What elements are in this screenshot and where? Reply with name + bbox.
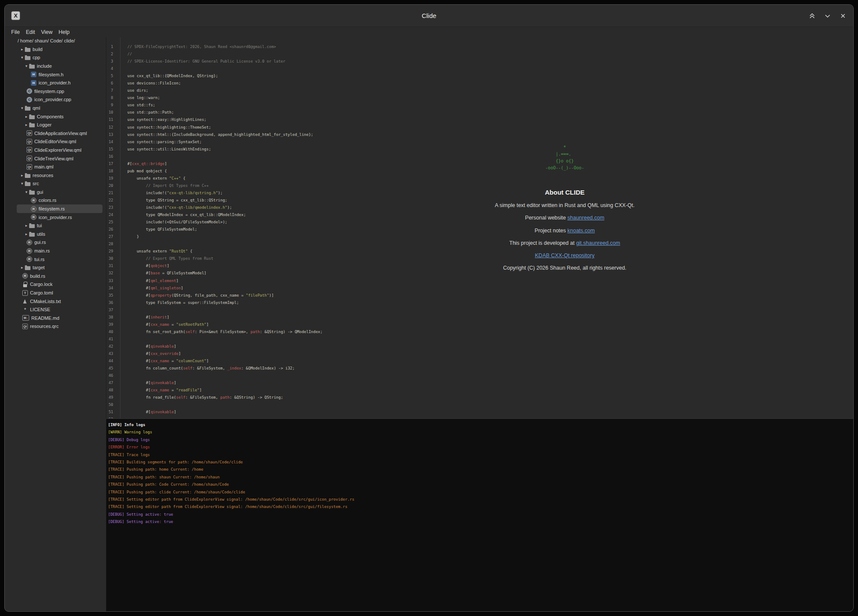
tree-item-colors.rs[interactable]: Rcolors.rs [17,196,102,205]
tree-item-ClideEditorView.qml[interactable]: QtClideEditorView.qml [17,138,102,146]
code-line[interactable]: 8use log::warn; [106,94,853,102]
code-line[interactable]: 1// SPDX-FileCopyrightText: 2026, Shaun … [106,43,853,51]
code-line-text: fn column_count(self: &FileSystem, _inde… [117,365,295,372]
tree-item-filesystem.cpp[interactable]: Cfilesystem.cpp [17,87,102,96]
shade-button[interactable] [808,12,816,20]
code-line[interactable]: 40 fn set_root_path(self: Pin<&mut FileS… [106,328,853,336]
tree-item-LICENSE[interactable]: *LICENSE [17,305,102,314]
tree-item-icon_provider.h[interactable]: Hicon_provider.h [17,78,102,87]
code-line[interactable]: 42 #[qinvokable] [106,343,853,350]
tree-item-Components[interactable]: ▸Components [17,112,102,121]
tree-item-build[interactable]: ▸build [17,45,102,54]
about-link[interactable]: knoats.com [567,228,595,234]
code-line[interactable]: 35 #[qproperty(QString, file_path, cxx_n… [106,292,853,299]
code-line[interactable]: 41 [106,336,853,343]
code-line[interactable]: 6use devicons::FileIcon; [106,80,853,87]
tree-item-icon_provider.rs[interactable]: Ricon_provider.rs [17,213,102,222]
tree-item-resources.qrc[interactable]: Qtresources.qrc [17,322,102,331]
code-line[interactable]: 12use syntect::highlighting::ThemeSet; [106,124,853,131]
menu-edit[interactable]: Edit [23,28,38,36]
chevron-right-icon[interactable]: ▸ [19,47,25,51]
about-text: This project is developed at [509,240,576,246]
chevron-down-icon[interactable]: ▾ [19,181,25,186]
code-line-text: include!("cxx-qt-lib/qmodelindex.h"); [117,204,232,211]
chevron-right-icon[interactable]: ▸ [19,173,25,177]
code-line[interactable]: 3// SPDX-License-Identifier: GNU General… [106,58,853,65]
chevron-right-icon[interactable]: ▸ [24,123,29,127]
tree-item-ClideTreeView.qml[interactable]: QtClideTreeView.qml [17,154,102,163]
tree-item-Logger[interactable]: ▸Logger [17,120,102,129]
code-line[interactable]: 44 #[cxx_name = "columnCount"] [106,358,853,365]
chevron-right-icon[interactable]: ▸ [24,114,29,119]
code-line[interactable]: 38 #[inherit] [106,314,853,321]
code-line[interactable]: 47 #[qinvokable] [106,379,853,387]
tree-item-README.md[interactable]: M↓README.md [17,314,102,322]
tree-item-ClideExplorerView.qml[interactable]: QtClideExplorerView.qml [17,146,102,154]
close-button[interactable] [839,12,847,20]
chevron-right-icon[interactable]: ▸ [24,232,29,236]
chevron-down-icon[interactable]: ▾ [24,64,29,68]
tree-item-build.rs[interactable]: Rbuild.rs [17,272,102,280]
code-line[interactable]: 39 #[cxx_name = "setRootPath"] [106,321,853,328]
code-line[interactable]: 36 type FileSystem = super::FileSystemIm… [106,299,853,306]
chevron-right-icon[interactable]: ▸ [19,265,25,270]
code-line[interactable]: 46 [106,372,853,379]
chevron-down-icon[interactable]: ▾ [19,55,25,60]
code-line[interactable]: 13use syntect::html::{IncludeBackground,… [106,131,853,138]
code-line[interactable]: 4 [106,65,853,72]
chevron-down-icon[interactable]: ▾ [24,190,29,194]
code-line-text: } [117,233,139,240]
menu-file[interactable]: File [8,28,23,36]
code-line[interactable]: 45 fn column_count(self: &FileSystem, _i… [106,365,853,372]
menu-view[interactable]: View [38,28,56,36]
code-line[interactable]: 11use syntect::easy::HighlightLines; [106,116,853,123]
tree-item-gui.rs[interactable]: Rgui.rs [17,238,102,247]
code-line[interactable]: 9use std::fs; [106,102,853,109]
about-link[interactable]: shaunreed.com [567,215,604,221]
tree-item-utils[interactable]: ▸utils [17,230,102,238]
code-line[interactable]: 37 [106,306,853,314]
tree-item-cpp[interactable]: ▾cpp [17,54,102,62]
editor-pane[interactable]: 1// SPDX-FileCopyrightText: 2026, Shaun … [106,37,853,418]
tree-item-include[interactable]: ▾include [17,62,102,70]
tree-item-qml[interactable]: ▾qml [17,104,102,112]
tree-item-target[interactable]: ▸target [17,263,102,272]
tree-item-main.qml[interactable]: Qtmain.qml [17,162,102,171]
code-line[interactable]: 51 #[qinvokable] [106,409,853,416]
minimize-button[interactable] [823,12,832,20]
tree-item-ClideApplicationView.qml[interactable]: QtClideApplicationView.qml [17,129,102,138]
about-link[interactable]: git.shaunreed.com [576,240,620,246]
line-number: 11 [106,116,117,123]
tree-item-CMakeLists.txt[interactable]: CMakeLists.txt [17,297,102,306]
chevron-right-icon[interactable]: ▸ [24,223,29,228]
code-line[interactable]: 49 fn read_file(self: &FileSystem, path:… [106,394,853,401]
tree-item-src[interactable]: ▾src [17,180,102,188]
tree-item-icon_provider.cpp[interactable]: Cicon_provider.cpp [17,96,102,104]
tree-item-gui[interactable]: ▾gui [17,188,102,196]
tree-item-main.rs[interactable]: Rmain.rs [17,246,102,255]
tree-item-resources[interactable]: ▸resources [17,171,102,180]
code-line[interactable]: 43 #[cxx_override] [106,350,853,358]
tree-item-filesystem.h[interactable]: Hfilesystem.h [17,70,102,79]
about-link[interactable]: KDAB CXX-Qt repository [535,252,595,258]
tree-item-tui.rs[interactable]: Rtui.rs [17,255,102,264]
log-line-debug: [DEBUG] Debug logs [108,436,852,444]
code-line[interactable]: 34 #[qml_singleton] [106,285,853,292]
log-line-info: [INFO] Info logs [108,421,852,429]
chevron-down-icon[interactable]: ▾ [19,106,25,110]
menu-help[interactable]: Help [56,28,73,36]
tree-item-tui[interactable]: ▸tui [17,221,102,230]
code-line[interactable]: 7use dirs; [106,87,853,94]
code-line[interactable]: 10use std::path::Path; [106,109,853,116]
line-number: 8 [106,94,117,102]
about-line: KDAB CXX-Qt repository [436,249,693,262]
code-line[interactable]: 5use cxx_qt_lib::{QModelIndex, QString}; [106,72,853,80]
tree-item-Cargo.lock[interactable]: Cargo.lock [17,280,102,289]
code-line[interactable]: 48 #[cxx_name = "readFile"] [106,387,853,394]
log-output[interactable]: [INFO] Info logs[WARN] Warning logs[DEBU… [106,418,853,611]
tree-item-filesystem.rs[interactable]: Rfilesystem.rs [17,204,102,213]
tree-item-Cargo.toml[interactable]: TCargo.toml [17,288,102,297]
code-line[interactable]: 2// [106,51,853,58]
code-line[interactable]: 33 #[qml_element] [106,277,853,285]
code-line[interactable]: 50 [106,401,853,409]
